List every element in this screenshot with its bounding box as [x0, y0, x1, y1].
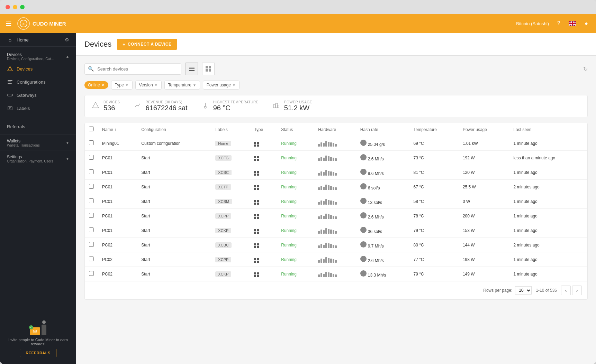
windows-icon: [254, 258, 259, 263]
language-icon[interactable]: [568, 19, 577, 28]
row-label-chip: XCPP: [215, 213, 231, 219]
row-hashrate: 2.6 Mh/s: [356, 151, 409, 165]
row-config: Start: [137, 267, 211, 281]
row-checkbox[interactable]: [89, 184, 94, 189]
sidebar-item-gateways[interactable]: Gateways: [0, 88, 76, 102]
row-checkbox[interactable]: [89, 227, 94, 232]
hardware-bars: [318, 169, 352, 176]
col-status[interactable]: Status: [277, 123, 314, 136]
sidebar-item-configurations[interactable]: Configurations: [0, 75, 76, 88]
refresh-icon[interactable]: ↻: [583, 66, 588, 72]
col-hardware[interactable]: Hardware: [314, 123, 356, 136]
row-temperature: 78 °C: [409, 209, 459, 223]
windows-icon: [254, 171, 259, 176]
minimize-btn[interactable]: [13, 5, 17, 9]
sidebar: ⌂ Home ⚙ Devices Devices, Configurations…: [0, 33, 76, 364]
filter-remove-icon[interactable]: ✕: [101, 83, 105, 87]
col-type[interactable]: Type: [250, 123, 277, 136]
sidebar-divider-2: [0, 134, 76, 134]
row-name[interactable]: PC01: [98, 180, 137, 194]
version-filter[interactable]: Version ▼: [135, 81, 162, 90]
row-temperature: 58 °C: [409, 194, 459, 209]
sidebar-wallets-group[interactable]: Wallets Wallets, Transactions ▼: [0, 136, 76, 149]
row-name[interactable]: Mining01: [98, 136, 137, 151]
hashrate-icon: [360, 270, 367, 277]
select-all-checkbox[interactable]: [89, 127, 94, 131]
row-name[interactable]: PC01: [98, 165, 137, 180]
row-type: [250, 151, 277, 165]
row-label: XCTP: [211, 180, 250, 194]
row-name[interactable]: PC02: [98, 238, 137, 252]
labels-icon: [7, 105, 13, 111]
col-power[interactable]: Power usage: [459, 123, 509, 136]
sidebar-home: ⌂ Home ⚙: [0, 33, 76, 47]
sidebar-devices-group[interactable]: Devices Devices, Configurations, Gat... …: [0, 49, 76, 62]
row-hardware: [314, 194, 356, 209]
row-status: Running: [277, 194, 314, 209]
row-checkbox[interactable]: [89, 271, 94, 276]
list-view-button[interactable]: [186, 63, 198, 75]
sidebar-settings-group[interactable]: Settings Organisation, Payment, Users ▼: [0, 152, 76, 165]
row-checkbox[interactable]: [89, 256, 94, 261]
row-checkbox[interactable]: [89, 140, 94, 145]
settings-icon[interactable]: ⚙: [65, 37, 69, 43]
row-checkbox[interactable]: [89, 169, 94, 174]
devices-stat-label: DEVICES: [103, 100, 120, 104]
next-page-button[interactable]: ›: [572, 286, 582, 295]
row-name[interactable]: PC02: [98, 267, 137, 281]
power-filter[interactable]: Power usage ▼: [203, 81, 240, 90]
sidebar-item-labels[interactable]: Labels: [0, 102, 76, 115]
row-checkbox[interactable]: [89, 198, 94, 203]
row-checkbox[interactable]: [89, 213, 94, 218]
promo-check: ✓: [29, 325, 33, 329]
col-labels[interactable]: Labels: [211, 123, 250, 136]
row-config: Start: [137, 194, 211, 209]
row-power: 149 W: [459, 267, 509, 281]
row-name[interactable]: PC01: [98, 194, 137, 209]
pagination-range: 1-10 of 536: [536, 288, 557, 293]
row-lastseen: 1 minute ago: [509, 267, 587, 281]
sidebar-item-devices[interactable]: Devices: [0, 62, 76, 75]
col-temperature[interactable]: Temperature: [409, 123, 459, 136]
close-btn[interactable]: [6, 5, 10, 9]
col-configuration[interactable]: Configuration: [137, 123, 211, 136]
power-chevron-icon: ▼: [232, 83, 236, 87]
row-name[interactable]: PC01: [98, 223, 137, 238]
row-name[interactable]: PC01: [98, 151, 137, 165]
power-stat-label: POWER USAGE: [284, 100, 312, 104]
row-checkbox[interactable]: [89, 155, 94, 160]
stat-temp-info: HIGHEST TEMPERATURE 96 °C: [213, 100, 259, 112]
stats-row: DEVICES 536 REVENUE (30 DAYS) 61672246 s…: [84, 95, 588, 117]
row-name[interactable]: PC01: [98, 209, 137, 223]
col-hashrate[interactable]: Hash rate: [356, 123, 409, 136]
filter-online-label: Online: [88, 83, 100, 87]
temperature-filter[interactable]: Temperature ▼: [164, 81, 200, 90]
sidebar-item-referrals[interactable]: Referrals: [0, 121, 76, 133]
prev-page-button[interactable]: ‹: [561, 286, 571, 295]
rows-per-page-select[interactable]: 10 25 50: [515, 286, 532, 295]
help-icon[interactable]: ?: [554, 19, 563, 28]
hamburger-icon[interactable]: ☰: [6, 19, 12, 28]
svg-rect-24: [189, 68, 195, 69]
row-checkbox[interactable]: [89, 242, 94, 247]
col-lastseen[interactable]: Last seen: [509, 123, 587, 136]
account-icon[interactable]: ●: [582, 19, 590, 28]
maximize-btn[interactable]: [20, 5, 25, 9]
row-hashrate: 25.04 g/s: [356, 136, 409, 151]
currency-label[interactable]: Bitcoin (Satoshi): [516, 21, 549, 26]
referrals-button[interactable]: REFERRALS: [20, 349, 56, 357]
type-filter[interactable]: Type ▼: [111, 81, 133, 90]
page-header: Devices + CONNECT A DEVICE: [76, 33, 596, 56]
home-icon: ⌂: [7, 37, 13, 43]
connect-device-button[interactable]: + CONNECT A DEVICE: [117, 39, 177, 50]
windows-icon: [254, 272, 259, 277]
referrals-label: Referrals: [7, 124, 25, 129]
online-filter-chip[interactable]: Online ✕: [84, 81, 108, 89]
col-name[interactable]: Name ↑: [98, 123, 137, 136]
stat-revenue-info: REVENUE (30 DAYS) 61672246 sat: [145, 100, 187, 112]
table-row: PC01StartXCBMRunning13 sol/s58 °C0 W1 mi…: [85, 194, 587, 209]
search-input[interactable]: [84, 63, 181, 75]
grid-view-button[interactable]: [202, 63, 215, 75]
sidebar-item-home[interactable]: ⌂ Home: [7, 37, 29, 43]
row-name[interactable]: PC02: [98, 252, 137, 267]
